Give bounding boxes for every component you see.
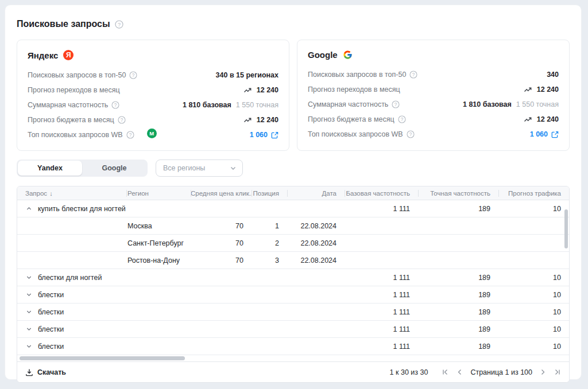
metric-value-group: 1 810 базовая1 550 точная — [183, 101, 278, 109]
region-cell: Москва — [126, 222, 191, 230]
exact-frequency-cell: 189 — [418, 308, 498, 316]
expand-row-icon[interactable] — [25, 309, 32, 315]
metric-value: 1 810 базовая — [183, 101, 231, 109]
column-header-cpc[interactable]: Средняя цена клик... — [191, 190, 252, 197]
metric-value: 12 240 — [257, 86, 278, 94]
pagination-last-button[interactable] — [554, 368, 561, 376]
metric-value: 340 в 15 регионах — [216, 71, 278, 79]
date-cell: 22.08.2024 — [287, 256, 345, 264]
metric-label-group: Прогноз бюджета в месяц? — [308, 115, 406, 123]
collapse-row-icon[interactable] — [25, 205, 32, 212]
column-header-position[interactable]: Позиция — [252, 190, 287, 197]
help-icon[interactable]: ? — [398, 115, 406, 123]
help-icon[interactable]: ? — [407, 130, 415, 138]
help-icon[interactable]: ? — [111, 101, 119, 109]
traffic-forecast-cell: 10 — [498, 343, 569, 351]
base-frequency-cell: 1 111 — [345, 343, 418, 351]
metric-row: Суммарная частотность?1 810 базовая1 550… — [308, 97, 559, 112]
column-header-label: Позиция — [253, 190, 279, 197]
exact-frequency-cell: 189 — [418, 343, 498, 351]
help-icon[interactable]: ? — [118, 116, 126, 124]
cursor-badge: M — [147, 129, 157, 138]
metric-label: Топ поисковых запросов WB — [28, 131, 123, 139]
svg-text:?: ? — [412, 72, 415, 77]
query-text: блестки для ногтей — [38, 274, 102, 282]
tab-yandex[interactable]: Yandex — [18, 161, 82, 176]
column-header-label: Запрос — [25, 190, 47, 197]
svg-text:?: ? — [114, 103, 117, 108]
region-select[interactable]: Все регионы — [156, 160, 243, 177]
metric-label: Прогноз бюджета в месяц — [28, 116, 114, 124]
metric-row: Прогноз переходов в месяц12 240 — [308, 82, 559, 97]
sort-desc-icon: ↓ — [49, 190, 53, 197]
query-row[interactable]: блестки1 11118910 — [17, 304, 569, 321]
help-icon[interactable]: ? — [392, 100, 400, 108]
region-row[interactable]: Санкт-Петербург70222.08.2024 — [17, 235, 569, 252]
column-header-label: Средняя цена клик... — [191, 190, 252, 197]
wb-top-queries-link[interactable]: 1 060 — [530, 130, 559, 138]
exact-frequency-cell: 189 — [418, 291, 498, 299]
column-header-query[interactable]: Запрос↓ — [17, 190, 126, 197]
svg-text:?: ? — [132, 73, 135, 78]
query-text: блестки — [38, 325, 64, 333]
query-row[interactable]: блестки1 11118910 — [17, 286, 569, 304]
vertical-scrollbar-thumb[interactable] — [564, 209, 568, 248]
column-header-base_frequency[interactable]: Базовая частотность — [345, 190, 418, 197]
column-header-label: Прогноз трафика — [508, 190, 561, 197]
svg-text:?: ? — [120, 118, 123, 123]
query-row[interactable]: блестки1 11118910 — [17, 321, 569, 338]
column-header-exact_frequency[interactable]: Точная частотность — [418, 190, 498, 197]
metric-label-group: Топ поисковых запросов WB?M — [28, 130, 157, 140]
engine-tabs: YandexGoogle — [17, 160, 148, 177]
metric-value-group: 340 — [547, 71, 559, 79]
chevron-down-icon — [230, 165, 237, 172]
column-header-region[interactable]: Регион — [126, 190, 191, 197]
yandex-card: ЯндексЯПоисковых запросов в топ-50?340 в… — [17, 40, 289, 151]
expand-row-icon[interactable] — [25, 343, 32, 349]
help-icon[interactable]: ? — [115, 20, 123, 29]
download-button[interactable]: Скачать — [25, 368, 66, 376]
region-row[interactable]: Москва70122.08.2024 — [17, 217, 569, 235]
horizontal-scrollbar-thumb[interactable] — [20, 356, 185, 360]
metric-value: 1 810 базовая — [463, 100, 512, 108]
trend-up-icon — [524, 86, 532, 93]
metric-row: Поисковых запросов в топ-50?340 — [308, 67, 559, 82]
metric-label-group: Топ поисковых запросов WB? — [308, 130, 415, 138]
page-title: Поисковые запросы — [17, 19, 110, 29]
card-title-text: Яндекс — [28, 50, 58, 60]
tab-google[interactable]: Google — [82, 161, 146, 176]
column-header-traffic_forecast[interactable]: Прогноз трафика — [498, 190, 569, 197]
pagination-first-button[interactable] — [442, 368, 449, 376]
help-icon[interactable]: ? — [126, 131, 134, 139]
metric-label: Топ поисковых запросов WB — [308, 130, 403, 138]
metric-label: Прогноз переходов в месяц — [28, 86, 120, 94]
help-icon[interactable]: ? — [129, 71, 137, 79]
pagination-prev-button[interactable] — [456, 368, 463, 376]
metric-muted-value: 1 550 точная — [516, 100, 559, 108]
trend-up-icon — [243, 87, 252, 94]
metric-value-group: 12 240 — [243, 86, 278, 94]
column-header-label: Базовая частотность — [346, 190, 410, 197]
yandex-card-title: ЯндексЯ — [28, 50, 278, 60]
column-header-label: Дата — [322, 190, 336, 197]
pagination-next-button[interactable] — [539, 368, 547, 376]
horizontal-scrollbar[interactable] — [17, 355, 569, 361]
expand-row-icon[interactable] — [25, 326, 32, 332]
base-frequency-cell: 1 111 — [345, 205, 418, 213]
svg-text:?: ? — [394, 102, 397, 107]
base-frequency-cell: 1 111 — [345, 325, 418, 333]
query-row[interactable]: блестки1 11118910 — [17, 338, 569, 355]
expand-row-icon[interactable] — [25, 274, 32, 281]
query-row[interactable]: купить блестки для ногтей1 11118910 — [17, 200, 569, 217]
metric-label-group: Прогноз бюджета в месяц? — [28, 116, 126, 124]
help-icon[interactable]: ? — [409, 71, 417, 79]
base-frequency-cell: 1 111 — [345, 274, 418, 282]
column-header-label: Регион — [127, 190, 149, 197]
query-row[interactable]: блестки для ногтей1 11118910 — [17, 269, 569, 286]
column-header-date[interactable]: Дата — [287, 190, 345, 197]
wb-top-queries-link[interactable]: 1 060 — [250, 131, 278, 139]
traffic-forecast-cell: 10 — [498, 205, 569, 213]
exact-frequency-cell: 189 — [418, 205, 498, 213]
region-row[interactable]: Ростов-на-Дону70322.08.2024 — [17, 252, 569, 269]
expand-row-icon[interactable] — [25, 291, 32, 298]
